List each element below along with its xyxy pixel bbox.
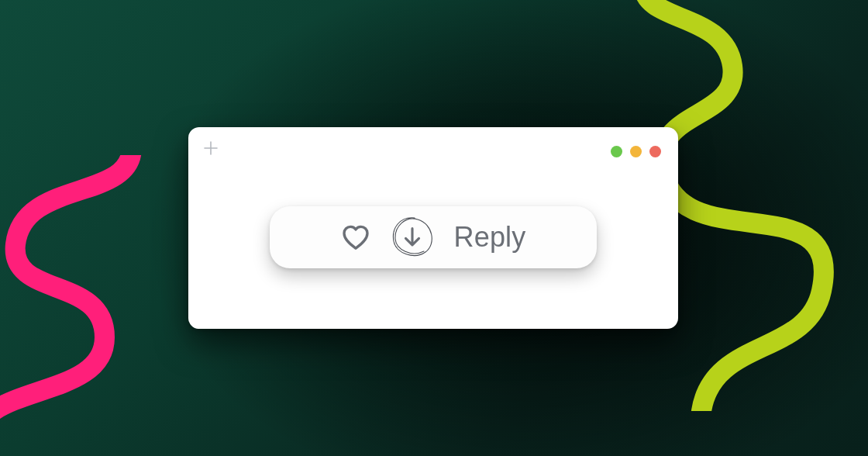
window-card: Reply: [188, 127, 678, 329]
scribble-circle-annotation: [388, 213, 436, 261]
window-traffic-lights: [611, 146, 661, 157]
pink-squiggle: [0, 155, 194, 456]
action-pill: Reply: [270, 206, 597, 268]
stage: Reply: [0, 0, 868, 456]
reply-button[interactable]: Reply: [453, 223, 525, 251]
download-arrow-group: [388, 213, 436, 261]
plus-icon[interactable]: [204, 141, 218, 155]
traffic-light-red[interactable]: [649, 146, 661, 157]
traffic-light-green[interactable]: [611, 146, 622, 157]
heart-icon[interactable]: [340, 222, 371, 253]
traffic-light-amber[interactable]: [630, 146, 642, 157]
